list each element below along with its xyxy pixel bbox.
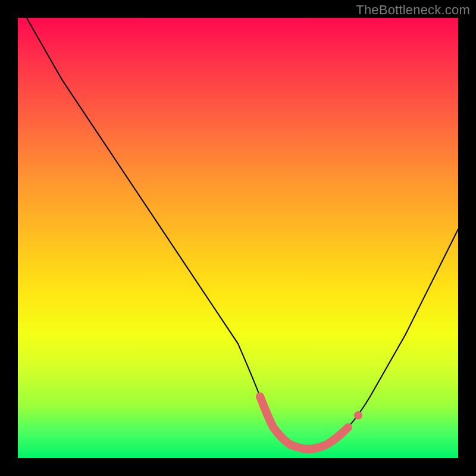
chart-frame: TheBottleneck.com — [0, 0, 476, 476]
plot-area — [18, 18, 458, 458]
bottleneck-curve — [18, 18, 458, 458]
curve-line — [27, 18, 458, 449]
watermark-text: TheBottleneck.com — [356, 2, 470, 18]
highlight-dot — [354, 411, 362, 419]
highlight-minimum — [260, 396, 348, 449]
